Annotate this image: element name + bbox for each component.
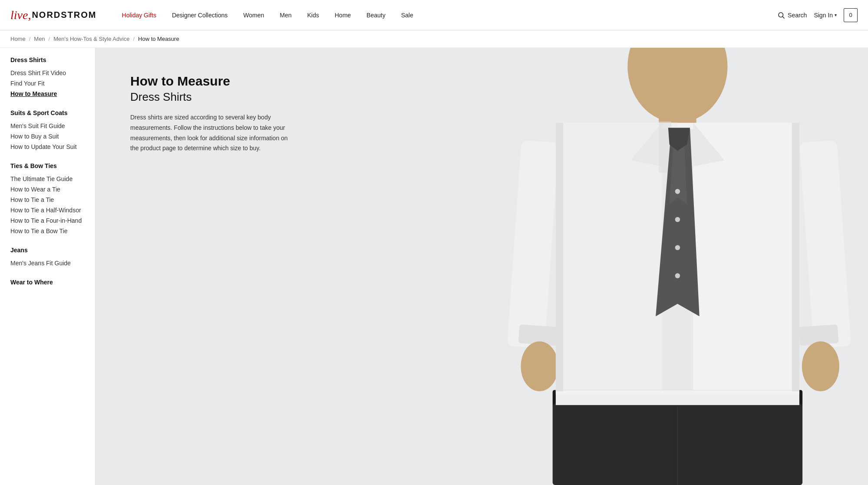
- svg-rect-13: [507, 140, 559, 349]
- sidebar-section-title-dress-shirts: Dress Shirts: [10, 56, 95, 63]
- sidebar-link-suit-fit-guide[interactable]: Men's Suit Fit Guide: [10, 121, 95, 131]
- svg-point-21: [675, 245, 680, 251]
- cart-count: 0: [849, 12, 852, 18]
- svg-point-20: [675, 217, 680, 222]
- breadcrumb: Home / Men / Men's How-Tos & Style Advic…: [0, 30, 868, 48]
- breadcrumb-men[interactable]: Men: [34, 36, 45, 42]
- breadcrumb-sep-1: /: [29, 36, 31, 42]
- nav-item-holiday-gifts[interactable]: Holiday Gifts: [114, 12, 164, 19]
- page-title-sub: Dress Shirts: [130, 90, 291, 104]
- content-text-block: How to Measure Dress Shirts Dress shirts…: [96, 48, 313, 180]
- sidebar-section-wear-to-where: Wear to Where: [10, 279, 95, 286]
- nav-item-men[interactable]: Men: [272, 12, 299, 19]
- nav-item-designer-collections[interactable]: Designer Collections: [164, 12, 235, 19]
- sidebar-section-title-wear-to-where: Wear to Where: [10, 279, 95, 286]
- breadcrumb-home[interactable]: Home: [10, 36, 26, 42]
- nav-item-beauty[interactable]: Beauty: [359, 12, 393, 19]
- sidebar-link-ultimate-tie-guide[interactable]: The Ultimate Tie Guide: [10, 174, 95, 184]
- search-button[interactable]: Search: [777, 11, 807, 19]
- site-header: live, NORDSTROM Holiday Gifts Designer C…: [0, 0, 868, 30]
- sidebar-link-four-in-hand[interactable]: How to Tie a Four-in-Hand: [10, 215, 95, 226]
- sidebar-section-title-ties: Ties & Bow Ties: [10, 162, 95, 169]
- sidebar-link-jeans-fit-guide[interactable]: Men's Jeans Fit Guide: [10, 258, 95, 268]
- sidebar-section-suits: Suits & Sport Coats Men's Suit Fit Guide…: [10, 109, 95, 152]
- model-image-area: [327, 48, 868, 485]
- nav-item-home[interactable]: Home: [327, 12, 359, 19]
- model-illustration: [493, 48, 868, 485]
- sidebar-link-bow-tie[interactable]: How to Tie a Bow Tie: [10, 226, 95, 236]
- chevron-down-icon: ▾: [835, 13, 837, 17]
- cart-button[interactable]: 0: [844, 8, 858, 22]
- svg-point-0: [779, 13, 783, 17]
- svg-point-17: [521, 341, 558, 391]
- breadcrumb-sep-2: /: [49, 36, 50, 42]
- svg-line-1: [782, 16, 784, 18]
- sidebar-link-half-windsor[interactable]: How to Tie a Half-Windsor: [10, 205, 95, 215]
- breadcrumb-current: How to Measure: [138, 36, 179, 42]
- sidebar-section-title-suits: Suits & Sport Coats: [10, 109, 95, 116]
- signin-label: Sign In: [814, 12, 833, 19]
- sidebar-section-dress-shirts: Dress Shirts Dress Shirt Fit Video Find …: [10, 56, 95, 99]
- sidebar-section-title-jeans: Jeans: [10, 247, 95, 254]
- header-actions: Search Sign In ▾ 0: [777, 8, 858, 22]
- svg-rect-30: [556, 123, 563, 392]
- svg-rect-31: [792, 123, 799, 392]
- sidebar-link-find-your-fit[interactable]: Find Your Fit: [10, 78, 95, 89]
- logo-script: live,: [10, 9, 31, 21]
- breadcrumb-sep-3: /: [133, 36, 135, 42]
- main-nav: Holiday Gifts Designer Collections Women…: [114, 12, 778, 19]
- sidebar-link-update-your-suit[interactable]: How to Update Your Suit: [10, 142, 95, 152]
- signin-button[interactable]: Sign In ▾: [814, 12, 837, 19]
- sidebar-link-how-to-tie-tie[interactable]: How to Tie a Tie: [10, 195, 95, 205]
- svg-point-19: [675, 189, 680, 194]
- sidebar-link-how-to-wear-tie[interactable]: How to Wear a Tie: [10, 184, 95, 195]
- nav-item-sale[interactable]: Sale: [393, 12, 421, 19]
- search-icon: [777, 11, 785, 19]
- sidebar-link-dress-shirt-fit-video[interactable]: Dress Shirt Fit Video: [10, 68, 95, 78]
- sidebar-section-ties: Ties & Bow Ties The Ultimate Tie Guide H…: [10, 162, 95, 236]
- content-description: Dress shirts are sized according to seve…: [130, 112, 291, 154]
- main-layout: Dress Shirts Dress Shirt Fit Video Find …: [0, 48, 868, 485]
- search-label: Search: [788, 12, 807, 19]
- svg-rect-29: [556, 390, 799, 394]
- sidebar: Dress Shirts Dress Shirt Fit Video Find …: [0, 48, 96, 485]
- logo-text: NORDSTROM: [32, 10, 96, 20]
- svg-point-22: [675, 273, 680, 278]
- sidebar-link-how-to-measure[interactable]: How to Measure: [10, 89, 95, 99]
- svg-point-18: [802, 341, 839, 391]
- nav-item-kids[interactable]: Kids: [300, 12, 327, 19]
- sidebar-link-how-to-buy-suit[interactable]: How to Buy a Suit: [10, 131, 95, 142]
- logo-link[interactable]: live, NORDSTROM: [10, 9, 97, 21]
- content-area: How to Measure Dress Shirts Dress shirts…: [96, 48, 868, 485]
- page-title-main: How to Measure: [130, 74, 291, 89]
- nav-item-women[interactable]: Women: [235, 12, 272, 19]
- svg-rect-15: [799, 140, 851, 349]
- sidebar-section-jeans: Jeans Men's Jeans Fit Guide: [10, 247, 95, 268]
- breadcrumb-howtos[interactable]: Men's How-Tos & Style Advice: [53, 36, 129, 42]
